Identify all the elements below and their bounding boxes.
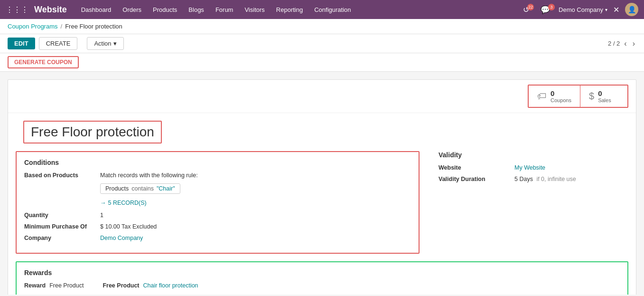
- grid-icon[interactable]: ⋮⋮⋮: [6, 5, 28, 14]
- dollar-icon: $: [589, 91, 594, 102]
- coupons-label: Coupons: [551, 97, 571, 103]
- breadcrumb-parent[interactable]: Coupon Programs: [8, 23, 58, 30]
- quantity-row: Quantity 1: [24, 212, 411, 219]
- reward-value: Free Product: [49, 282, 84, 289]
- duration-days: 5 Days: [514, 176, 533, 182]
- sales-info: 0 Sales: [598, 89, 611, 103]
- reward-item: Reward Free Product: [24, 282, 84, 289]
- free-product-label: Free Product: [103, 282, 139, 289]
- rewards-title: Rewards: [24, 269, 620, 277]
- title-wrapper: Free Floor protection: [8, 113, 636, 151]
- rewards-box: Rewards Reward Free Product Free Product…: [16, 261, 628, 295]
- min-purchase-value: $ 10.00 Tax Excluded: [100, 223, 157, 230]
- company-name: Demo Company: [559, 6, 603, 13]
- pagination-next-button[interactable]: ›: [631, 39, 636, 48]
- duration-row: Validity Duration 5 Days if 0, infinite …: [439, 176, 628, 182]
- pagination-prev-button[interactable]: ‹: [623, 39, 628, 48]
- chat-btn-wrapper[interactable]: 💬 3: [541, 5, 555, 14]
- action-button[interactable]: Action ▾: [87, 37, 123, 50]
- action-chevron-icon: ▾: [113, 40, 117, 47]
- conditions-section: Conditions Based on Products Match recor…: [16, 151, 420, 254]
- validity-title: Validity: [439, 151, 628, 159]
- quantity-value: 1: [100, 212, 103, 219]
- coupons-count: 0: [551, 89, 571, 97]
- close-icon[interactable]: ✕: [613, 5, 619, 14]
- nav-orders[interactable]: Orders: [118, 0, 146, 19]
- website-label: Website: [439, 164, 514, 171]
- refresh-btn-wrapper[interactable]: ↺ 22: [523, 5, 534, 14]
- coupon-icon: 🏷: [537, 91, 547, 102]
- refresh-badge: 22: [527, 4, 534, 10]
- filter-pill-wrapper: Products contains "Chair": [24, 183, 411, 197]
- conditions-title: Conditions: [24, 159, 411, 166]
- based-on-products-label: Based on Products: [24, 172, 100, 179]
- company-value[interactable]: Demo Company: [100, 235, 143, 241]
- stats-box: 🏷 0 Coupons $ 0 Sales: [528, 85, 628, 108]
- free-product-value[interactable]: Chair floor protection: [143, 282, 198, 289]
- records-arrow: →: [100, 200, 106, 206]
- duration-label: Validity Duration: [439, 176, 514, 182]
- main-content: 🏷 0 Coupons $ 0 Sales Free Floor: [0, 72, 644, 295]
- fields-area: Conditions Based on Products Match recor…: [8, 151, 636, 261]
- avatar[interactable]: 👤: [625, 3, 638, 16]
- pagination-count: 2 / 2: [608, 40, 620, 47]
- nav-products[interactable]: Products: [148, 0, 182, 19]
- brand-label: Website: [34, 5, 67, 15]
- generate-coupon-button[interactable]: GENERATE COUPON: [8, 56, 79, 68]
- filter-op: contains: [131, 185, 154, 192]
- nav-links: Dashboard Orders Products Blogs Forum Vi…: [76, 0, 523, 19]
- record-card: 🏷 0 Coupons $ 0 Sales Free Floor: [8, 79, 636, 295]
- nav-configuration[interactable]: Configuration: [309, 0, 355, 19]
- nav-visitors[interactable]: Visitors: [240, 0, 269, 19]
- company-menu[interactable]: Demo Company ▾: [559, 6, 607, 13]
- action-label: Action: [94, 40, 111, 47]
- records-link[interactable]: → 5 RECORD(S): [100, 200, 411, 206]
- edit-button[interactable]: EDIT: [8, 38, 35, 49]
- duration-note: if 0, infinite use: [536, 176, 576, 182]
- record-title-box: Free Floor protection: [23, 121, 162, 143]
- breadcrumb-separator: /: [61, 23, 63, 30]
- nav-forum[interactable]: Forum: [211, 0, 238, 19]
- company-label: Company: [24, 235, 100, 241]
- create-button[interactable]: CREATE: [39, 37, 78, 50]
- min-purchase-row: Minimum Purchase Of $ 10.00 Tax Excluded: [24, 223, 411, 230]
- quantity-label: Quantity: [24, 212, 100, 219]
- chat-badge: 3: [548, 4, 555, 10]
- website-row: Website My Website: [439, 164, 628, 171]
- breadcrumb: Coupon Programs / Free Floor protection: [0, 19, 644, 34]
- filter-val: "Chair": [157, 185, 175, 192]
- rewards-row: Reward Free Product Free Product Chair f…: [24, 282, 620, 289]
- min-purchase-label: Minimum Purchase Of: [24, 223, 100, 230]
- reward-label: Reward: [24, 282, 46, 289]
- duration-value: 5 Days if 0, infinite use: [514, 176, 576, 182]
- sales-stat[interactable]: $ 0 Sales: [580, 86, 627, 107]
- record-title: Free Floor protection: [31, 124, 154, 139]
- website-value[interactable]: My Website: [514, 164, 545, 171]
- generate-coupon-bar: GENERATE COUPON: [0, 53, 644, 72]
- chevron-down-icon: ▾: [605, 7, 607, 12]
- coupons-info: 0 Coupons: [551, 89, 571, 103]
- records-count: 5 RECORD(S): [108, 200, 147, 206]
- nav-right-actions: ↺ 22 💬 3 Demo Company ▾ ✕ 👤: [523, 3, 638, 16]
- rewards-wrapper: Rewards Reward Free Product Free Product…: [8, 261, 636, 295]
- sales-count: 0: [598, 89, 611, 97]
- breadcrumb-current: Free Floor protection: [65, 23, 122, 30]
- records-link-wrapper: → 5 RECORD(S): [24, 200, 411, 206]
- validity-section: Validity Website My Website Validity Dur…: [439, 151, 628, 254]
- pagination: 2 / 2 ‹ ›: [608, 39, 636, 48]
- stats-row: 🏷 0 Coupons $ 0 Sales: [8, 80, 636, 113]
- filter-pill: Products contains "Chair": [100, 183, 180, 194]
- based-on-products-row: Based on Products Match records with the…: [24, 172, 411, 179]
- sales-label: Sales: [598, 97, 611, 103]
- company-row: Company Demo Company: [24, 235, 411, 241]
- nav-dashboard[interactable]: Dashboard: [76, 0, 116, 19]
- action-bar: EDIT CREATE Action ▾ 2 / 2 ‹ ›: [0, 34, 644, 53]
- nav-blogs[interactable]: Blogs: [184, 0, 209, 19]
- nav-reporting[interactable]: Reporting: [271, 0, 308, 19]
- free-product-item: Free Product Chair floor protection: [103, 282, 198, 289]
- coupons-stat[interactable]: 🏷 0 Coupons: [529, 86, 580, 107]
- conditions-box: Conditions Based on Products Match recor…: [16, 151, 420, 254]
- top-navigation: ⋮⋮⋮ Website Dashboard Orders Products Bl…: [0, 0, 644, 19]
- filter-field: Products: [105, 185, 129, 192]
- based-on-products-value: Match records with the following rule:: [100, 172, 198, 179]
